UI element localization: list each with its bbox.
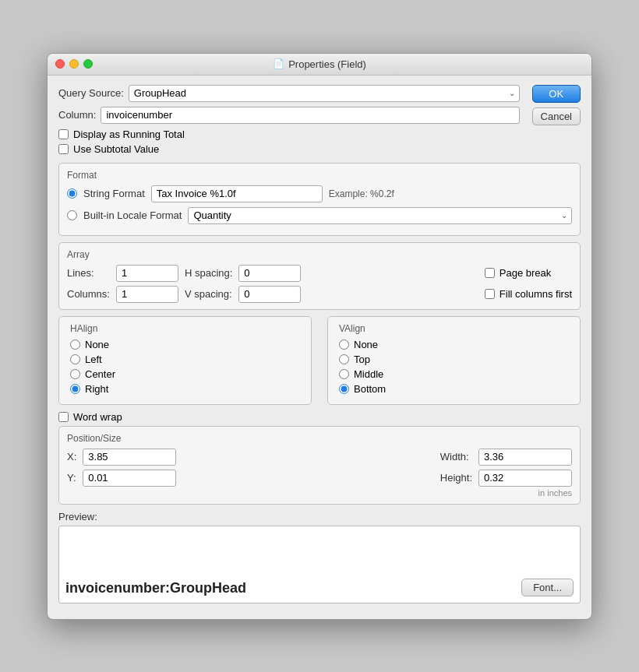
cancel-button[interactable]: Cancel: [532, 107, 581, 125]
subtotal-value-row: Use Subtotal Value: [58, 143, 520, 155]
halign-title: HAlign: [70, 323, 300, 334]
page-break-label: Page break: [500, 267, 552, 279]
window-title: 📄 Properties (Field): [273, 58, 366, 70]
locale-format-radio[interactable]: [67, 210, 77, 220]
x-input[interactable]: [83, 449, 176, 466]
traffic-lights: [55, 59, 93, 69]
halign-left-label: Left: [85, 354, 102, 365]
valign-top-row: Top: [339, 354, 569, 365]
subtotal-value-label: Use Subtotal Value: [73, 143, 159, 155]
width-input[interactable]: [478, 449, 572, 466]
valign-none-radio[interactable]: [339, 340, 349, 350]
close-button[interactable]: [55, 59, 65, 69]
preview-text: invoicenumber:GroupHead: [65, 580, 246, 596]
inches-note: in inches: [67, 488, 572, 498]
fill-columns-label: Fill columns first: [500, 288, 572, 300]
document-icon: 📄: [273, 58, 284, 69]
maximize-button[interactable]: [83, 59, 93, 69]
halign-left-radio[interactable]: [70, 354, 80, 364]
locale-format-select[interactable]: Quantity: [188, 207, 572, 224]
columns-label: Columns:: [67, 288, 110, 300]
page-break-checkbox[interactable]: [485, 268, 495, 278]
example-label: Example: %0.2f: [329, 188, 394, 199]
page-break-row: Page break: [485, 267, 572, 279]
string-format-radio[interactable]: [67, 188, 77, 199]
preview-section: Preview: invoicenumber:GroupHead Font...: [58, 511, 581, 603]
minimize-button[interactable]: [69, 59, 79, 69]
v-spacing-label: V spacing:: [185, 288, 232, 300]
position-size-section: Position/Size X: Width: Y: Height: in in…: [58, 426, 581, 505]
y-label: Y:: [67, 472, 76, 484]
fill-columns-row: Fill columns first: [485, 288, 572, 300]
titlebar: 📄 Properties (Field): [48, 54, 591, 76]
ok-button[interactable]: OK: [532, 85, 581, 103]
locale-format-row: Built-in Locale Format Quantity ⌄: [67, 207, 572, 224]
properties-dialog: 📄 Properties (Field) Query Source: Group…: [47, 53, 592, 620]
valign-middle-label: Middle: [354, 368, 383, 380]
valign-middle-radio[interactable]: [339, 369, 349, 379]
height-label: Height:: [440, 472, 472, 484]
lines-input[interactable]: [116, 265, 178, 282]
preview-box: invoicenumber:GroupHead Font...: [58, 526, 581, 603]
valign-title: VAlign: [339, 323, 569, 334]
valign-top-label: Top: [354, 354, 370, 365]
array-section: Array Lines: H spacing: Page break Colum…: [58, 242, 581, 310]
halign-right-row: Right: [70, 383, 300, 395]
lines-label: Lines:: [67, 267, 110, 279]
h-spacing-label: H spacing:: [185, 267, 232, 279]
h-spacing-input[interactable]: [238, 265, 301, 282]
valign-none-label: None: [354, 339, 378, 350]
locale-format-label: Built-in Locale Format: [83, 209, 182, 221]
fill-columns-checkbox[interactable]: [485, 289, 495, 299]
font-button[interactable]: Font...: [521, 579, 574, 596]
halign-none-row: None: [70, 339, 300, 350]
x-label: X:: [67, 451, 76, 463]
halign-center-label: Center: [85, 368, 115, 380]
y-input[interactable]: [83, 470, 176, 487]
ok-cancel-buttons: OK Cancel: [532, 85, 581, 125]
valign-bottom-label: Bottom: [354, 383, 386, 395]
running-total-label: Display as Running Total: [73, 128, 185, 140]
array-title: Array: [67, 249, 572, 260]
columns-input[interactable]: [116, 286, 178, 303]
width-label: Width:: [440, 451, 472, 463]
valign-bottom-radio[interactable]: [339, 384, 349, 394]
valign-middle-row: Middle: [339, 368, 569, 380]
v-spacing-input[interactable]: [238, 286, 301, 303]
locale-format-dropdown-wrapper: Quantity ⌄: [188, 207, 572, 224]
halign-center-radio[interactable]: [70, 369, 80, 379]
possize-title: Position/Size: [67, 433, 572, 444]
halign-center-row: Center: [70, 368, 300, 380]
string-format-row: String Format Example: %0.2f: [67, 185, 572, 202]
valign-top-radio[interactable]: [339, 354, 349, 364]
string-format-input[interactable]: [151, 185, 323, 202]
query-source-row: Query Source: GroupHead ⌄: [58, 85, 520, 102]
align-section: HAlign None Left Center Right: [58, 316, 581, 405]
word-wrap-checkbox[interactable]: [58, 412, 69, 422]
column-input[interactable]: [101, 107, 519, 124]
running-total-checkbox[interactable]: [58, 129, 69, 139]
query-source-label: Query Source:: [58, 87, 124, 99]
valign-box: VAlign None Top Middle Bottom: [327, 316, 581, 405]
query-source-select[interactable]: GroupHead: [129, 85, 520, 102]
top-fields: Query Source: GroupHead ⌄ Column:: [58, 85, 520, 158]
valign-none-row: None: [339, 339, 569, 350]
word-wrap-label: Word wrap: [73, 411, 122, 423]
query-source-dropdown-wrapper: GroupHead ⌄: [129, 85, 520, 102]
column-row: Column:: [58, 107, 520, 124]
halign-right-radio[interactable]: [70, 384, 80, 394]
preview-title: Preview:: [58, 511, 581, 522]
halign-left-row: Left: [70, 354, 300, 365]
dialog-content: Query Source: GroupHead ⌄ Column:: [48, 76, 591, 619]
valign-bottom-row: Bottom: [339, 383, 569, 395]
subtotal-value-checkbox[interactable]: [58, 144, 69, 154]
halign-box: HAlign None Left Center Right: [58, 316, 312, 405]
running-total-row: Display as Running Total: [58, 128, 520, 140]
format-title: Format: [67, 170, 572, 181]
word-wrap-row: Word wrap: [58, 411, 581, 423]
halign-none-radio[interactable]: [70, 340, 80, 350]
halign-none-label: None: [85, 339, 109, 350]
column-label: Column:: [58, 109, 96, 121]
format-section: Format String Format Example: %0.2f Buil…: [58, 163, 581, 236]
height-input[interactable]: [478, 470, 572, 487]
